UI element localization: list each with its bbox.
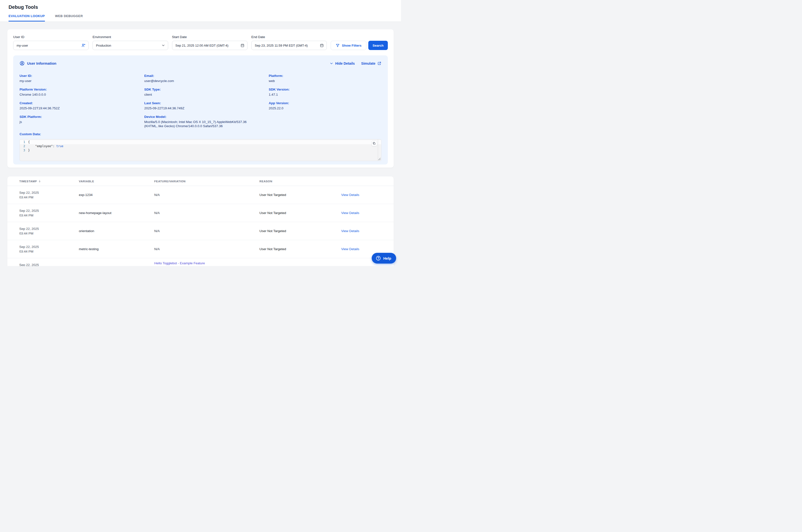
resize-grip[interactable] <box>378 158 381 160</box>
code-line: 2 "employee": true <box>20 144 381 148</box>
cell-reason: User Not Targeted <box>260 193 341 197</box>
simulate-label: Simulate <box>361 61 375 65</box>
info-field-value: 2025-09-22T19:44:36.749Z <box>144 106 259 110</box>
tab-bar: EVALUATION LOOKUP WEB DEBUGGER <box>8 14 401 21</box>
column-header-feature-variation[interactable]: FEATURE/VARIATION <box>154 180 260 183</box>
timestamp-date: Sep 22, 2025 <box>19 190 79 195</box>
view-details-link[interactable]: View Details <box>341 193 394 197</box>
cell-reason: User Not Targeted <box>260 211 341 215</box>
info-field-value: Chrome 140.0.0.0 <box>20 93 134 97</box>
info-field-last-seen: Last Seen:2025-09-22T19:44:36.749Z <box>144 101 269 110</box>
code-token: } <box>28 149 30 152</box>
table-row: Sep 22, 202503:44 PMnew-homepage-layoutN… <box>7 204 394 222</box>
cell-feature: N/A <box>154 229 260 233</box>
cell-variable: new-homepage-layout <box>79 211 154 215</box>
table-row: Sep 22, 202503:44 PMorientationN/AUser N… <box>7 222 394 240</box>
timestamp-date: Sep 22, 2025 <box>19 226 79 231</box>
view-details-link[interactable]: View Details <box>341 247 394 251</box>
cell-timestamp: Sep 22, 202503:44 PM <box>19 208 79 218</box>
chevron-down-icon <box>161 43 165 48</box>
user-circle-icon <box>20 61 25 66</box>
code-token: { <box>28 140 30 144</box>
calendar-icon[interactable] <box>320 43 324 48</box>
timestamp-time: 03:44 PM <box>19 195 79 200</box>
info-field-app-version: App Version:2025.22.0 <box>269 101 381 110</box>
info-field-value: 1.47.1 <box>269 93 381 97</box>
timestamp-header-label: TIMESTAMP <box>19 180 37 183</box>
line-number: 2 <box>20 144 28 148</box>
user-id-input-wrap <box>13 41 89 50</box>
info-field-label: SDK Platform: <box>20 115 144 119</box>
view-details-link[interactable]: View Details <box>341 211 394 215</box>
calendar-icon[interactable] <box>241 43 245 48</box>
chevron-down-icon <box>329 61 333 65</box>
line-number: 3 <box>20 148 28 153</box>
code-token: "employee": <box>28 145 54 148</box>
code-content: { <box>28 140 30 144</box>
column-header-timestamp[interactable]: TIMESTAMP <box>19 179 79 183</box>
custom-data-section: Custom Data: 1{2 "employee": true3} <box>20 132 381 161</box>
code-line: 1{ <box>20 140 381 144</box>
timestamp-date: Sep 22, 2025 <box>19 245 79 249</box>
cell-variable: togglebot-speed <box>79 265 154 266</box>
copy-button[interactable] <box>371 140 377 146</box>
user-information-panel: User Information Hide Details Simulate <box>13 55 388 165</box>
timestamp-time: 03:44 PM <box>19 249 79 254</box>
environment-select[interactable]: Production <box>93 41 168 50</box>
evaluations-table-card: TIMESTAMP VARIABLE FEATURE/VARIATION REA… <box>7 176 394 266</box>
cell-reason: User Not Targeted <box>260 247 341 251</box>
user-info-grid: User ID:my-userEmail:user@devcycle.comPl… <box>20 74 381 128</box>
show-filters-label: Show Filters <box>342 44 361 48</box>
info-field-label: SDK Type: <box>144 88 269 91</box>
page-header: Debug Tools EVALUATION LOOKUP WEB DEBUGG… <box>0 0 401 22</box>
info-field-user-id: User ID:my-user <box>20 74 144 83</box>
cell-timestamp: Sep 22, 202503:44 PM <box>19 263 79 266</box>
user-information-header: User Information Hide Details Simulate <box>20 61 381 66</box>
end-date-input[interactable] <box>255 44 318 48</box>
user-id-label: User ID <box>13 35 89 39</box>
end-date-field: End Date <box>251 35 327 50</box>
info-field-label: Platform Version: <box>20 88 144 91</box>
simulate-button[interactable]: Simulate <box>361 61 381 65</box>
info-field-value: user@devcycle.com <box>144 79 259 83</box>
info-field-label: SDK Version: <box>269 88 381 91</box>
custom-data-editor[interactable]: 1{2 "employee": true3} <box>20 139 381 161</box>
cell-feature-link[interactable]: Hello Togglebot - Example Feature <box>154 258 260 265</box>
info-field-label: Last Seen: <box>144 101 269 105</box>
tab-web-debugger[interactable]: WEB DEBUGGER <box>55 14 83 21</box>
cell-variable: exp-1234 <box>79 193 154 197</box>
view-details-link[interactable]: View Details <box>341 229 394 233</box>
help-label: Help <box>383 256 391 260</box>
info-field-value: 2025.22.0 <box>269 106 381 110</box>
tab-evaluation-lookup[interactable]: EVALUATION LOOKUP <box>8 14 45 21</box>
start-date-input[interactable] <box>175 44 238 48</box>
hide-details-button[interactable]: Hide Details <box>329 61 355 65</box>
info-field-platform: Platform:web <box>269 74 381 83</box>
code-lines: 1{2 "employee": true3} <box>20 140 381 153</box>
cell-variable: metric-testing <box>79 247 154 251</box>
view-details-link[interactable]: View Details <box>341 265 394 266</box>
funnel-icon <box>336 43 340 48</box>
timestamp-time: 03:44 PM <box>19 231 79 236</box>
column-header-reason[interactable]: REASON <box>260 180 341 183</box>
timestamp-date: Sep 22, 2025 <box>19 208 79 213</box>
user-add-icon[interactable] <box>81 43 86 48</box>
column-header-variable[interactable]: VARIABLE <box>79 180 154 183</box>
code-content: } <box>28 148 30 153</box>
cell-feature: N/A <box>154 193 260 197</box>
user-id-field: User ID <box>13 35 89 50</box>
info-field-device-model: Device Model:Mozilla/5.0 (Macintosh; Int… <box>144 115 269 128</box>
code-token <box>54 145 56 148</box>
show-filters-button[interactable]: Show Filters <box>331 41 366 50</box>
page-title: Debug Tools <box>8 4 401 10</box>
user-id-input[interactable] <box>17 44 80 48</box>
search-button[interactable]: Search <box>368 41 388 50</box>
info-field-label: Email: <box>144 74 269 78</box>
info-field-label: App Version: <box>269 101 381 105</box>
help-button[interactable]: Help <box>372 253 396 264</box>
info-field-platform-version: Platform Version:Chrome 140.0.0.0 <box>20 88 144 97</box>
info-field-label: Device Model: <box>144 115 269 119</box>
environment-value: Production <box>96 44 111 48</box>
environment-field: Environment Production <box>93 35 168 50</box>
search-button-label: Search <box>373 44 383 48</box>
